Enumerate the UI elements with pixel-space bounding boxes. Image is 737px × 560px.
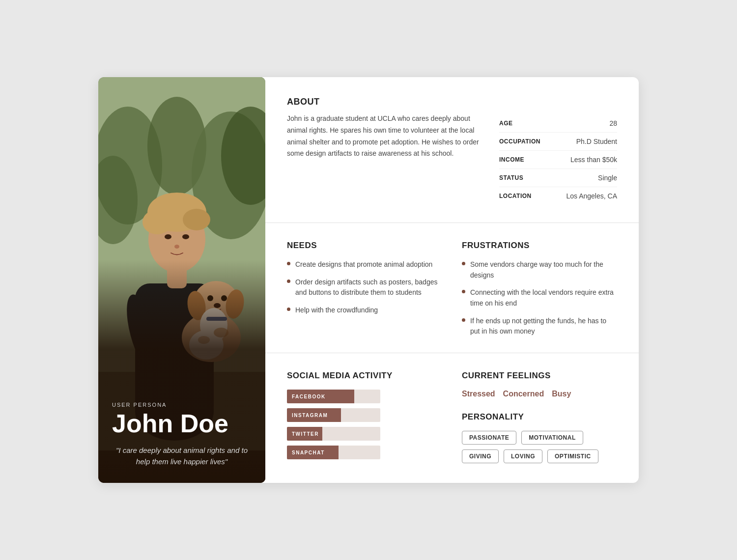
social-bars: FACEBOOKINSTAGRAMTWITTERSNAPCHAT bbox=[287, 390, 442, 459]
stat-value: 28 bbox=[609, 119, 617, 127]
persona-quote: "I care deeply about animal rights and t… bbox=[112, 445, 252, 467]
social-bar-label: TWITTER bbox=[292, 431, 319, 437]
svg-point-14 bbox=[142, 210, 172, 234]
social-bar-track: FACEBOOK bbox=[287, 390, 380, 403]
frustrations-item: If he ends up not getting the funds, he … bbox=[462, 316, 617, 337]
social-bar-label: FACEBOOK bbox=[292, 394, 326, 399]
stat-row: INCOME Less than $50k bbox=[499, 151, 617, 169]
feeling-tag: Concerned bbox=[503, 390, 544, 398]
bullet-dot bbox=[462, 290, 465, 293]
personality-title: PERSONALITY bbox=[462, 412, 617, 422]
personality-tags: PASSIONATEMOTIVATIONALGIVINGLOVINGOPTIMI… bbox=[462, 431, 617, 463]
personality-tag: OPTIMISTIC bbox=[547, 449, 598, 463]
social-bar-row: TWITTER bbox=[287, 427, 442, 441]
social-bar-fill: SNAPCHAT bbox=[287, 446, 339, 459]
social-bar-label: INSTAGRAM bbox=[292, 413, 328, 418]
bullet-dot bbox=[462, 318, 465, 322]
feelings-tags: StressedConcernedBusy bbox=[462, 390, 617, 398]
stat-label: OCCUPATION bbox=[499, 138, 540, 145]
needs-title: NEEDS bbox=[287, 241, 442, 251]
needs-item: Order design artifacts such as posters, … bbox=[287, 277, 442, 298]
frustrations-item: Connecting with the local vendors requir… bbox=[462, 287, 617, 308]
bottom-section: SOCIAL MEDIA ACTIVITY FACEBOOKINSTAGRAMT… bbox=[265, 353, 639, 483]
about-section: ABOUT John is a graduate student at UCLA… bbox=[265, 77, 639, 223]
user-persona-label: USER PERSONA bbox=[112, 402, 252, 408]
social-bar-fill: TWITTER bbox=[287, 427, 322, 441]
about-text: John is a graduate student at UCLA who c… bbox=[287, 113, 480, 160]
bullet-dot bbox=[287, 308, 290, 311]
right-panel: ABOUT John is a graduate student at UCLA… bbox=[265, 77, 639, 483]
stat-value: Single bbox=[598, 174, 617, 182]
stat-value: Ph.D Student bbox=[576, 138, 617, 145]
svg-point-15 bbox=[183, 209, 210, 230]
feelings-title: CURRENT FEELINGS bbox=[462, 371, 617, 381]
stat-value: Less than $50k bbox=[570, 156, 617, 164]
personality-section: PERSONALITY PASSIONATEMOTIVATIONALGIVING… bbox=[462, 412, 617, 463]
stat-value: Los Angeles, CA bbox=[566, 192, 617, 200]
stat-row: AGE 28 bbox=[499, 114, 617, 133]
left-panel: USER PERSONA John Doe "I care deeply abo… bbox=[98, 77, 265, 483]
bullet-dot bbox=[287, 280, 290, 283]
feelings-personality-col: CURRENT FEELINGS StressedConcernedBusy P… bbox=[462, 371, 617, 463]
feelings-section: CURRENT FEELINGS StressedConcernedBusy bbox=[462, 371, 617, 398]
stat-label: INCOME bbox=[499, 156, 524, 163]
stat-label: AGE bbox=[499, 120, 513, 127]
social-bar-row: SNAPCHAT bbox=[287, 446, 442, 459]
svg-point-16 bbox=[165, 234, 171, 239]
persona-name: John Doe bbox=[112, 411, 252, 436]
bullet-dot bbox=[287, 262, 290, 265]
needs-list: Create designs that promote animal adopt… bbox=[287, 259, 442, 316]
stat-row: LOCATION Los Angeles, CA bbox=[499, 187, 617, 205]
social-bar-track: TWITTER bbox=[287, 427, 380, 441]
bullet-dot bbox=[462, 262, 465, 265]
svg-point-18 bbox=[174, 245, 179, 249]
stats-col: AGE 28 OCCUPATION Ph.D Student INCOME Le… bbox=[499, 97, 617, 205]
svg-point-17 bbox=[182, 234, 189, 239]
needs-frustrations-section: NEEDS Create designs that promote animal… bbox=[265, 223, 639, 353]
frustrations-title: FRUSTRATIONS bbox=[462, 241, 617, 251]
personality-tag: MOTIVATIONAL bbox=[521, 431, 583, 445]
frustrations-col: FRUSTRATIONS Some vendors charge way too… bbox=[462, 241, 617, 337]
feeling-tag: Stressed bbox=[462, 390, 495, 398]
persona-card: USER PERSONA John Doe "I care deeply abo… bbox=[98, 77, 639, 483]
stat-label: LOCATION bbox=[499, 193, 532, 199]
personality-tag: PASSIONATE bbox=[462, 431, 516, 445]
social-title: SOCIAL MEDIA ACTIVITY bbox=[287, 371, 442, 381]
personality-tag: LOVING bbox=[504, 449, 542, 463]
about-col: ABOUT John is a graduate student at UCLA… bbox=[287, 97, 480, 205]
stat-row: STATUS Single bbox=[499, 169, 617, 187]
needs-item: Help with the crowdfunding bbox=[287, 305, 442, 316]
social-bar-fill: FACEBOOK bbox=[287, 390, 354, 403]
needs-item: Create designs that promote animal adopt… bbox=[287, 259, 442, 270]
left-content: USER PERSONA John Doe "I care deeply abo… bbox=[98, 390, 265, 483]
needs-col: NEEDS Create designs that promote animal… bbox=[287, 241, 442, 337]
feeling-tag: Busy bbox=[552, 390, 571, 398]
frustrations-item: Some vendors charge way too much for the… bbox=[462, 259, 617, 280]
social-bar-label: SNAPCHAT bbox=[292, 450, 325, 455]
stat-row: OCCUPATION Ph.D Student bbox=[499, 133, 617, 151]
about-title: ABOUT bbox=[287, 97, 480, 107]
social-bar-track: INSTAGRAM bbox=[287, 408, 380, 422]
social-bar-row: FACEBOOK bbox=[287, 390, 442, 403]
frustrations-list: Some vendors charge way too much for the… bbox=[462, 259, 617, 337]
social-bar-track: SNAPCHAT bbox=[287, 446, 380, 459]
social-col: SOCIAL MEDIA ACTIVITY FACEBOOKINSTAGRAMT… bbox=[287, 371, 442, 463]
personality-tag: GIVING bbox=[462, 449, 499, 463]
stat-label: STATUS bbox=[499, 174, 523, 181]
social-bar-fill: INSTAGRAM bbox=[287, 408, 341, 422]
social-bar-row: INSTAGRAM bbox=[287, 408, 442, 422]
